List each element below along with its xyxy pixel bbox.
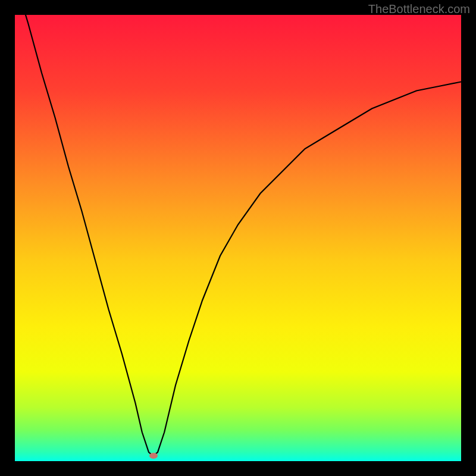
chart-curve xyxy=(15,15,461,461)
chart-marker-dot xyxy=(149,453,158,459)
chart-plot-area xyxy=(15,15,461,461)
watermark-text: TheBottleneck.com xyxy=(368,2,470,16)
